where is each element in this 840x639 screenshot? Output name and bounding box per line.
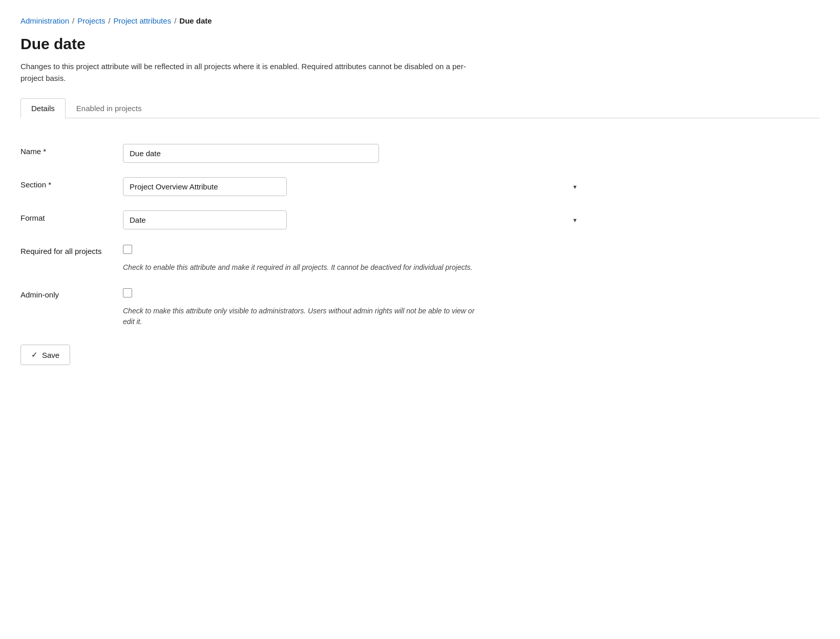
tab-details[interactable]: Details: [20, 98, 66, 118]
name-label: Name *: [20, 137, 123, 170]
breadcrumb-separator-1: /: [72, 16, 74, 25]
required-label: Required for all projects: [20, 237, 123, 280]
save-button[interactable]: ✓ Save: [20, 345, 70, 365]
required-field-container: Check to enable this attribute and make …: [123, 237, 584, 280]
tab-enabled-in-projects[interactable]: Enabled in projects: [66, 98, 153, 118]
format-field-container: Date: [123, 203, 584, 237]
format-label: Format: [20, 203, 123, 237]
section-select-wrapper: Project Overview Attribute: [123, 177, 584, 196]
breadcrumb-projects[interactable]: Projects: [77, 16, 105, 25]
breadcrumb-separator-3: /: [174, 16, 176, 25]
save-label: Save: [42, 351, 59, 359]
required-hint: Check to enable this attribute and make …: [123, 262, 481, 273]
admin-only-hint: Check to make this attribute only visibl…: [123, 306, 481, 327]
tabs-container: Details Enabled in projects: [20, 98, 820, 118]
admin-only-checkbox[interactable]: [123, 288, 132, 297]
page-description: Changes to this project attribute will b…: [20, 61, 481, 84]
form: Name * Section * Project Overview Attrib…: [20, 137, 584, 334]
breadcrumb-current: Due date: [179, 16, 212, 25]
breadcrumb-project-attributes[interactable]: Project attributes: [114, 16, 172, 25]
breadcrumb-administration[interactable]: Administration: [20, 16, 69, 25]
name-input[interactable]: [123, 144, 379, 163]
breadcrumb: Administration / Projects / Project attr…: [20, 16, 820, 25]
required-checkbox-row: [123, 244, 584, 254]
admin-only-field-container: Check to make this attribute only visibl…: [123, 280, 584, 334]
name-field-container: [123, 137, 584, 170]
format-select-wrapper: Date: [123, 210, 584, 229]
section-label: Section *: [20, 170, 123, 203]
save-icon: ✓: [31, 350, 38, 359]
required-checkbox[interactable]: [123, 245, 132, 254]
admin-only-label: Admin-only: [20, 280, 123, 334]
section-field-container: Project Overview Attribute: [123, 170, 584, 203]
breadcrumb-separator-2: /: [108, 16, 110, 25]
admin-only-checkbox-row: [123, 287, 584, 297]
section-select[interactable]: Project Overview Attribute: [123, 177, 287, 196]
format-select[interactable]: Date: [123, 210, 287, 229]
page-title: Due date: [20, 35, 820, 53]
